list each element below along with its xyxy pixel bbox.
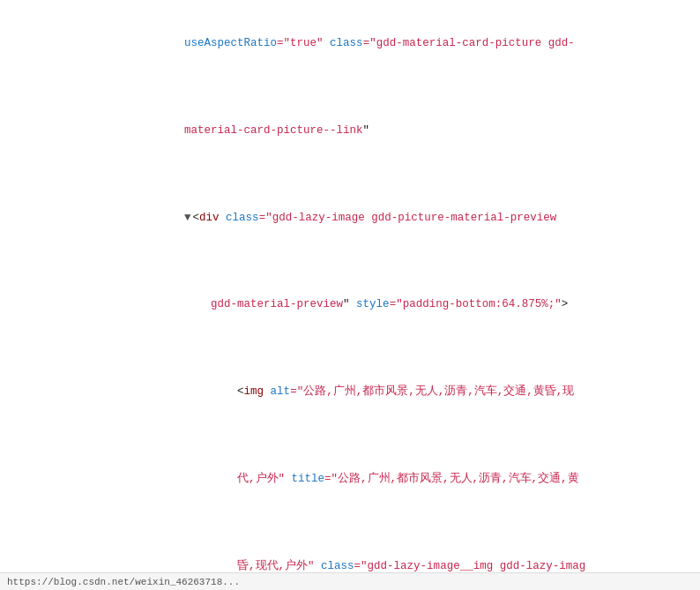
code-line: 代,户外" title="公路,广州,都市风景,无人,沥青,汽车,交通,黄 [0,436,700,523]
code-line: useAspectRatio="true" class="gdd-materia… [0,0,700,87]
code-line: <img alt="公路,广州,都市风景,无人,沥青,汽车,交通,黄昏,现 [0,349,700,437]
line-content: 代,户外" title="公路,广州,都市风景,无人,沥青,汽车,交通,黄 [9,437,700,522]
line-content: ▼<div class="gdd-lazy-image gdd-picture-… [9,176,700,261]
line-content: gdd-material-preview" style="padding-bot… [9,263,700,348]
line-content: material-card-picture--link" [9,88,700,174]
code-viewer: useAspectRatio="true" class="gdd-materia… [0,0,700,590]
status-bar-text: https://blog.csdn.net/weixin_46263718... [7,577,240,587]
line-content: useAspectRatio="true" class="gdd-materia… [9,1,700,86]
code-line: material-card-picture--link" [0,87,700,175]
status-bar: https://blog.csdn.net/weixin_46263718... [0,572,700,590]
code-line: gdd-material-preview" style="padding-bot… [0,262,700,349]
line-content: <img alt="公路,广州,都市风景,无人,沥青,汽车,交通,黄昏,现 [9,350,700,436]
code-line: ▼<div class="gdd-lazy-image gdd-picture-… [0,175,700,262]
